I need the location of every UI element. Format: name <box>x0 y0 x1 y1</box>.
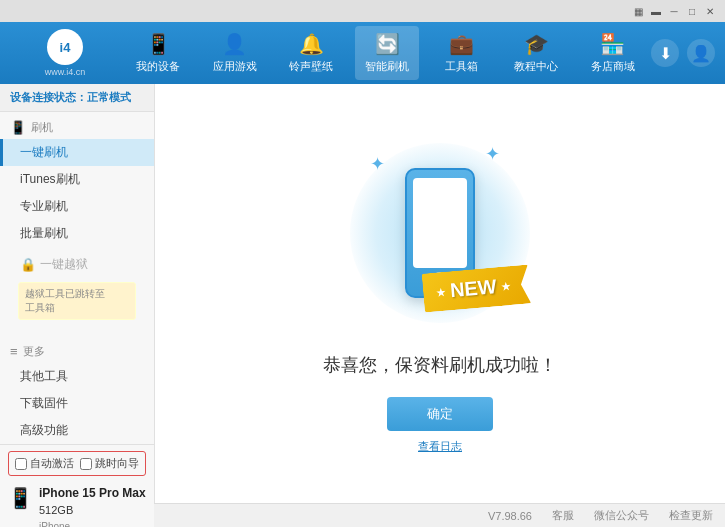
header: i4 www.i4.cn 📱 我的设备 👤 应用游戏 🔔 铃声壁纸 🔄 智能刷机… <box>0 22 725 84</box>
more-section-header: ≡ 更多 <box>0 340 154 363</box>
sparkle-icon-2: ✦ <box>485 143 500 165</box>
sidebar-item-download-firmware[interactable]: 下载固件 <box>0 390 154 417</box>
nav-items: 📱 我的设备 👤 应用游戏 🔔 铃声壁纸 🔄 智能刷机 💼 工具箱 🎓 教程中心… <box>120 26 651 80</box>
flash-section: 📱 刷机 一键刷机 iTunes刷机 专业刷机 批量刷机 <box>0 116 154 247</box>
ringtones-label: 铃声壁纸 <box>289 59 333 74</box>
ringtones-icon: 🔔 <box>299 32 324 56</box>
nav-tutorials[interactable]: 🎓 教程中心 <box>504 26 568 80</box>
jailbreak-label: 一键越狱 <box>40 256 88 273</box>
status-value: 正常模式 <box>87 91 131 103</box>
more-section: ≡ 更多 其他工具 下载固件 高级功能 <box>0 340 154 444</box>
wifi-icon: ▦ <box>631 4 645 18</box>
lock-icon: 🔒 <box>20 257 36 272</box>
top-bar: ▦ ▬ ─ □ ✕ <box>0 0 725 22</box>
logo[interactable]: i4 www.i4.cn <box>10 29 120 77</box>
star-icon-left: ★ <box>435 284 447 299</box>
toolbox-label: 工具箱 <box>445 59 478 74</box>
signal-icon: ▬ <box>649 4 663 18</box>
device-storage: 512GB <box>39 502 146 519</box>
logo-circle: i4 <box>47 29 83 65</box>
auto-options-box: 自动激活 跳时向导 <box>8 451 146 476</box>
toolbox-icon: 💼 <box>449 32 474 56</box>
my-device-icon: 📱 <box>146 32 171 56</box>
footer-customer-service[interactable]: 客服 <box>552 508 574 523</box>
device-details: iPhone 15 Pro Max 512GB iPhone <box>39 484 146 527</box>
tutorials-icon: 🎓 <box>524 32 549 56</box>
sidebar-bottom: 自动激活 跳时向导 📱 iPhone 15 Pro Max 512GB iPho… <box>0 444 154 527</box>
sidebar-item-advanced[interactable]: 高级功能 <box>0 417 154 444</box>
auto-activate-input[interactable] <box>15 458 27 470</box>
smart-flash-label: 智能刷机 <box>365 59 409 74</box>
auto-activate-checkbox[interactable]: 自动激活 <box>15 456 74 471</box>
auto-activate-label: 自动激活 <box>30 456 74 471</box>
smart-flash-icon: 🔄 <box>375 32 400 56</box>
flash-section-icon: 📱 <box>10 120 26 135</box>
sidebar-item-itunes-flash[interactable]: iTunes刷机 <box>0 166 154 193</box>
confirm-button[interactable]: 确定 <box>387 397 493 431</box>
sidebar-item-batch-flash[interactable]: 批量刷机 <box>0 220 154 247</box>
sparkle-icon-1: ✦ <box>370 153 385 175</box>
status-bar: 设备连接状态：正常模式 <box>0 84 154 112</box>
maximize-icon[interactable]: □ <box>685 4 699 18</box>
new-ribbon: ★ NEW ★ <box>422 264 532 312</box>
nav-ringtones[interactable]: 🔔 铃声壁纸 <box>279 26 343 80</box>
merchant-label: 务店商域 <box>591 59 635 74</box>
tutorials-label: 教程中心 <box>514 59 558 74</box>
status-prefix: 设备连接状态： <box>10 91 87 103</box>
device-info: 📱 iPhone 15 Pro Max 512GB iPhone <box>8 482 146 527</box>
user-button[interactable]: 👤 <box>687 39 715 67</box>
new-badge: ★ NEW ★ <box>423 269 530 308</box>
phone-screen <box>413 178 467 268</box>
jailbreak-item: 🔒 一键越狱 <box>10 251 144 278</box>
apps-games-label: 应用游戏 <box>213 59 257 74</box>
nav-merchant[interactable]: 🏪 务店商域 <box>581 26 645 80</box>
log-link[interactable]: 查看日志 <box>418 439 462 454</box>
sidebar-item-one-key-flash[interactable]: 一键刷机 <box>0 139 154 166</box>
sidebar-item-other-tools[interactable]: 其他工具 <box>0 363 154 390</box>
main: 设备连接状态：正常模式 📱 刷机 一键刷机 iTunes刷机 专业刷机 批量刷机… <box>0 84 725 503</box>
minimize-icon[interactable]: ─ <box>667 4 681 18</box>
download-button[interactable]: ⬇ <box>651 39 679 67</box>
timing-guide-input[interactable] <box>80 458 92 470</box>
jailbreak-warning: 越狱工具已跳转至工具箱 <box>18 282 136 320</box>
flash-section-header: 📱 刷机 <box>0 116 154 139</box>
close-icon[interactable]: ✕ <box>703 4 717 18</box>
more-icon: ≡ <box>10 344 18 359</box>
device-model: iPhone <box>39 519 146 528</box>
jailbreak-section: 🔒 一键越狱 越狱工具已跳转至工具箱 <box>0 247 154 328</box>
header-right: ⬇ 👤 <box>651 39 715 67</box>
footer-check-update[interactable]: 检查更新 <box>669 508 713 523</box>
success-message: 恭喜您，保资料刷机成功啦！ <box>323 353 557 377</box>
star-icon-right: ★ <box>500 278 512 293</box>
more-section-label: 更多 <box>23 344 45 359</box>
nav-toolbox[interactable]: 💼 工具箱 <box>432 26 492 80</box>
timing-guide-checkbox[interactable]: 跳时向导 <box>80 456 139 471</box>
nav-smart-flash[interactable]: 🔄 智能刷机 <box>355 26 419 80</box>
apps-games-icon: 👤 <box>222 32 247 56</box>
device-name: iPhone 15 Pro Max <box>39 484 146 502</box>
nav-my-device[interactable]: 📱 我的设备 <box>126 26 190 80</box>
merchant-icon: 🏪 <box>600 32 625 56</box>
logo-url: www.i4.cn <box>45 67 86 77</box>
sidebar: 设备连接状态：正常模式 📱 刷机 一键刷机 iTunes刷机 专业刷机 批量刷机… <box>0 84 155 503</box>
version-label: V7.98.66 <box>488 510 532 522</box>
phone-illustration: ✦ ✦ ★ NEW ★ <box>340 133 540 333</box>
device-phone-icon: 📱 <box>8 486 33 510</box>
sidebar-item-pro-flash[interactable]: 专业刷机 <box>0 193 154 220</box>
nav-apps-games[interactable]: 👤 应用游戏 <box>203 26 267 80</box>
flash-section-label: 刷机 <box>31 120 53 135</box>
footer-wechat[interactable]: 微信公众号 <box>594 508 649 523</box>
my-device-label: 我的设备 <box>136 59 180 74</box>
timing-guide-label: 跳时向导 <box>95 456 139 471</box>
new-text: NEW <box>449 275 497 302</box>
content-area: ✦ ✦ ★ NEW ★ 恭喜您，保资料刷机成功啦！ 确定 查看日志 <box>155 84 725 503</box>
